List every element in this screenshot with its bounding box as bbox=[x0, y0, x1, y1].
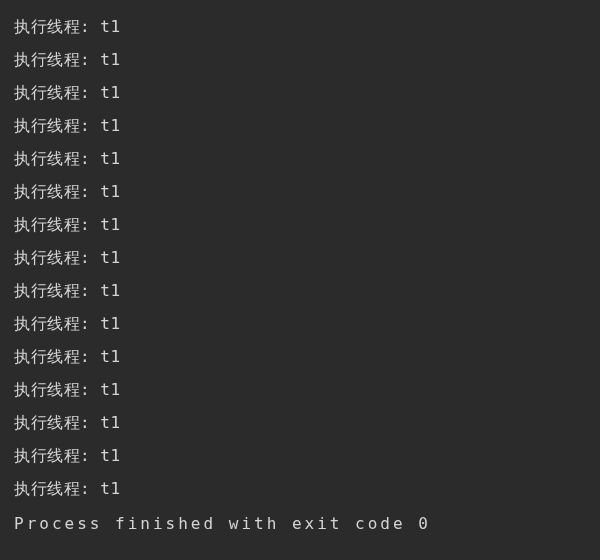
console-line: 执行线程: t1 bbox=[14, 274, 586, 307]
console-line: 执行线程: t1 bbox=[14, 340, 586, 373]
console-line: 执行线程: t1 bbox=[14, 43, 586, 76]
console-line: 执行线程: t1 bbox=[14, 307, 586, 340]
console-line: 执行线程: t1 bbox=[14, 373, 586, 406]
console-line: 执行线程: t1 bbox=[14, 241, 586, 274]
console-line: 执行线程: t1 bbox=[14, 175, 586, 208]
console-line: 执行线程: t1 bbox=[14, 439, 586, 472]
console-line: 执行线程: t1 bbox=[14, 208, 586, 241]
console-line: 执行线程: t1 bbox=[14, 109, 586, 142]
console-line: 执行线程: t1 bbox=[14, 472, 586, 505]
exit-message: Process finished with exit code 0 bbox=[14, 507, 586, 540]
console-line: 执行线程: t1 bbox=[14, 10, 586, 43]
console-line: 执行线程: t1 bbox=[14, 76, 586, 109]
console-line: 执行线程: t1 bbox=[14, 406, 586, 439]
console-line: 执行线程: t1 bbox=[14, 142, 586, 175]
console-output: 执行线程: t1 执行线程: t1 执行线程: t1 执行线程: t1 执行线程… bbox=[14, 10, 586, 540]
